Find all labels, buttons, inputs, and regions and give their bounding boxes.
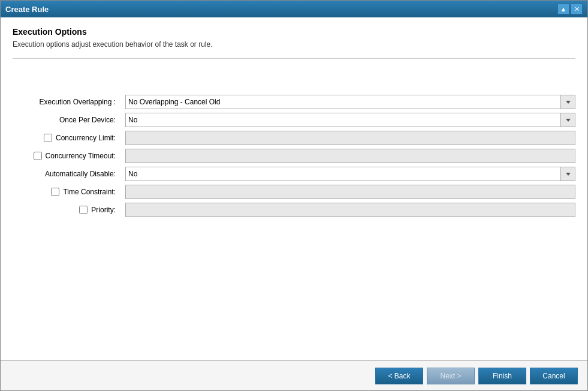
execution-overlapping-label: Execution Overlapping :	[13, 98, 120, 106]
minimize-button[interactable]: ▲	[557, 4, 569, 14]
priority-label-row: Priority:	[13, 206, 120, 214]
window-title: Create Rule	[5, 5, 49, 14]
next-button[interactable]: Next >	[427, 368, 475, 384]
concurrency-limit-label-row: Concurrency Limit:	[13, 134, 120, 142]
title-bar: Create Rule ▲ ✕	[1, 1, 587, 17]
dropdown-arrow-icon-3	[566, 173, 571, 176]
close-button[interactable]: ✕	[571, 4, 583, 14]
concurrency-timeout-label-row: Concurrency Timeout:	[13, 152, 120, 160]
execution-overlapping-row: No Overlapping - Cancel Old	[125, 95, 575, 109]
form-grid: Execution Overlapping : No Overlapping -…	[13, 95, 575, 217]
dropdown-arrow-icon	[566, 101, 571, 104]
divider	[13, 58, 575, 59]
automatically-disable-dropdown-btn[interactable]	[561, 167, 575, 181]
automatically-disable-row: No	[125, 167, 575, 181]
once-per-device-label: Once Per Device:	[13, 116, 120, 124]
footer: < Back Next > Finish Cancel	[1, 360, 587, 390]
priority-label: Priority:	[91, 206, 116, 214]
cancel-button[interactable]: Cancel	[530, 368, 578, 384]
concurrency-timeout-label: Concurrency Timeout:	[46, 152, 116, 160]
time-constraint-label-row: Time Constraint:	[13, 188, 120, 196]
finish-button[interactable]: Finish	[478, 368, 526, 384]
section-description: Execution options adjust execution behav…	[13, 40, 575, 49]
priority-input[interactable]	[125, 203, 575, 217]
time-constraint-input[interactable]	[125, 185, 575, 199]
concurrency-limit-checkbox[interactable]	[44, 134, 52, 142]
once-per-device-row: No	[125, 113, 575, 127]
automatically-disable-label: Automatically Disable:	[13, 170, 120, 178]
execution-overlapping-select[interactable]: No Overlapping - Cancel Old	[125, 95, 561, 109]
create-rule-window: Create Rule ▲ ✕ Execution Options Execut…	[0, 0, 588, 391]
automatically-disable-select[interactable]: No	[125, 167, 561, 181]
time-constraint-label: Time Constraint:	[63, 188, 116, 196]
once-per-device-select[interactable]: No	[125, 113, 561, 127]
once-per-device-dropdown-btn[interactable]	[561, 113, 575, 127]
priority-checkbox[interactable]	[79, 206, 88, 214]
content-area: Execution Options Execution options adju…	[1, 17, 587, 360]
concurrency-timeout-checkbox[interactable]	[34, 152, 42, 160]
concurrency-limit-input[interactable]	[125, 131, 575, 145]
back-button[interactable]: < Back	[375, 368, 423, 384]
section-title: Execution Options	[13, 27, 575, 37]
title-bar-buttons: ▲ ✕	[557, 4, 583, 14]
execution-overlapping-dropdown-btn[interactable]	[561, 95, 575, 109]
concurrency-timeout-input[interactable]	[125, 149, 575, 163]
dropdown-arrow-icon-2	[566, 119, 571, 122]
time-constraint-checkbox[interactable]	[51, 188, 59, 196]
concurrency-limit-label: Concurrency Limit:	[56, 134, 116, 142]
